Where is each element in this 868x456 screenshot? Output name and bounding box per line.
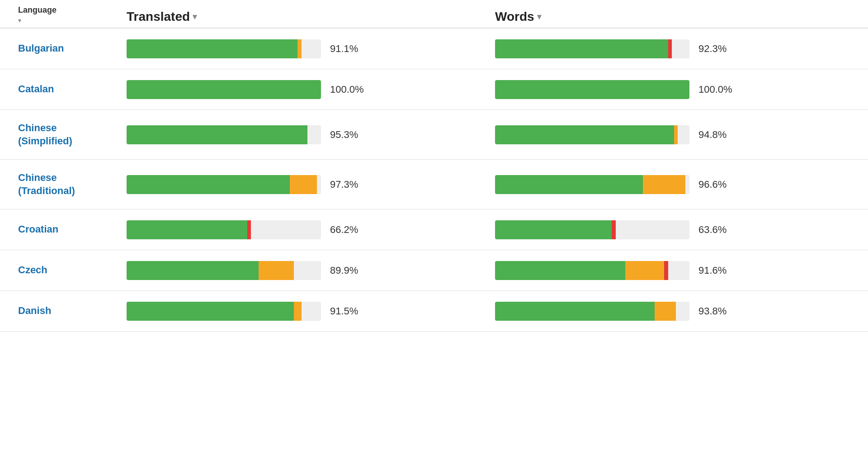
words-section: 100.0% [495,80,850,99]
table-row: Catalan100.0%100.0% [0,69,868,110]
bar-segment-white [294,261,321,280]
words-column-header[interactable]: Words ▾ [495,10,541,24]
language-column-title: Language [18,5,127,15]
words-section: 92.3% [495,39,850,58]
bar-segment-green [127,220,247,239]
progress-bar [127,125,321,144]
translated-section: 66.2% [127,220,481,239]
bar-segment-green [127,39,297,58]
bar-segment-red [668,39,672,58]
language-name[interactable]: Chinese (Traditional) [18,171,127,197]
translated-percentage: 89.9% [330,265,371,276]
bar-segment-orange [294,302,302,321]
table-row: Chinese (Simplified)95.3%94.8% [0,110,868,160]
words-percentage: 91.6% [698,265,739,276]
language-name[interactable]: Chinese (Simplified) [18,122,127,147]
bar-segment-white [676,302,689,321]
bar-segment-white [307,125,321,144]
translated-percentage: 95.3% [330,129,371,141]
language-name[interactable]: Danish [18,304,127,318]
progress-bar [127,80,321,99]
translated-percentage: 100.0% [330,84,371,95]
progress-bar [495,39,689,58]
bar-segment-white [672,39,689,58]
bar-segment-red [664,261,668,280]
bar-segment-white [251,220,321,239]
translated-section: 91.5% [127,302,481,321]
bar-segment-white [678,125,689,144]
translated-percentage: 97.3% [330,179,371,190]
translated-section: 97.3% [127,175,481,194]
sort-arrow-words[interactable]: ▾ [537,12,541,22]
words-section: 63.6% [495,220,850,239]
words-section: 96.6% [495,175,850,194]
table-row: Czech89.9%91.6% [0,250,868,291]
progress-bar [495,220,689,239]
words-percentage: 96.6% [698,179,739,190]
bar-segment-orange [655,302,676,321]
progress-bar [495,125,689,144]
progress-bar [495,175,689,194]
bar-segment-orange [297,39,302,58]
translated-section: 91.1% [127,39,481,58]
words-section: 91.6% [495,261,850,280]
bar-segment-green [127,261,259,280]
words-percentage: 92.3% [698,43,739,55]
progress-bar [127,261,321,280]
translated-section: 100.0% [127,80,481,99]
bar-segment-orange [674,125,678,144]
language-name[interactable]: Czech [18,264,127,277]
table-row: Bulgarian91.1%92.3% [0,28,868,69]
table-row: Danish91.5%93.8% [0,291,868,332]
table-row: Chinese (Traditional)97.3%96.6% [0,160,868,209]
progress-bar [127,39,321,58]
translated-section: 95.3% [127,125,481,144]
bar-segment-red [247,220,251,239]
bar-segment-orange [625,261,664,280]
bar-segment-orange [643,175,686,194]
bar-segment-orange [259,261,293,280]
bar-segment-green [495,80,689,99]
translated-column-header[interactable]: Translated ▾ [127,10,197,24]
progress-bar [495,261,689,280]
bar-segment-green [127,302,294,321]
translation-table: Language ▾ Translated ▾ Words ▾ Bulga [0,0,868,456]
language-name[interactable]: Croatian [18,223,127,236]
words-percentage: 93.8% [698,305,739,317]
bar-segment-white [668,261,689,280]
language-name[interactable]: Bulgarian [18,42,127,55]
bar-segment-green [495,125,674,144]
bar-segment-green [495,302,655,321]
bar-segment-green [127,175,290,194]
bar-segment-white [302,39,321,58]
bar-segment-orange [290,175,317,194]
bar-segment-green [495,220,612,239]
bar-segment-white [317,175,321,194]
words-section: 94.8% [495,125,850,144]
bar-segment-white [685,175,689,194]
progress-bar [127,175,321,194]
bar-segment-red [612,220,616,239]
table-header: Language ▾ Translated ▾ Words ▾ [0,0,868,28]
progress-bar [127,302,321,321]
sort-arrow-language[interactable]: ▾ [18,17,127,24]
language-name[interactable]: Catalan [18,83,127,96]
translated-percentage: 91.5% [330,305,371,317]
sort-arrow-translated[interactable]: ▾ [193,12,197,22]
words-percentage: 63.6% [698,224,739,236]
bar-segment-green [495,261,625,280]
progress-bar [495,80,689,99]
bar-segment-green [495,39,668,58]
translated-section: 89.9% [127,261,481,280]
words-percentage: 94.8% [698,129,739,141]
translated-percentage: 91.1% [330,43,371,55]
table-row: Croatian66.2%63.6% [0,209,868,250]
language-header-col: Language ▾ [18,5,127,24]
bar-segment-white [302,302,321,321]
translated-percentage: 66.2% [330,224,371,236]
table-body: Bulgarian91.1%92.3%Catalan100.0%100.0%Ch… [0,28,868,332]
words-percentage: 100.0% [698,84,739,95]
bar-segment-white [616,220,689,239]
progress-bar [495,302,689,321]
bar-segment-green [495,175,643,194]
